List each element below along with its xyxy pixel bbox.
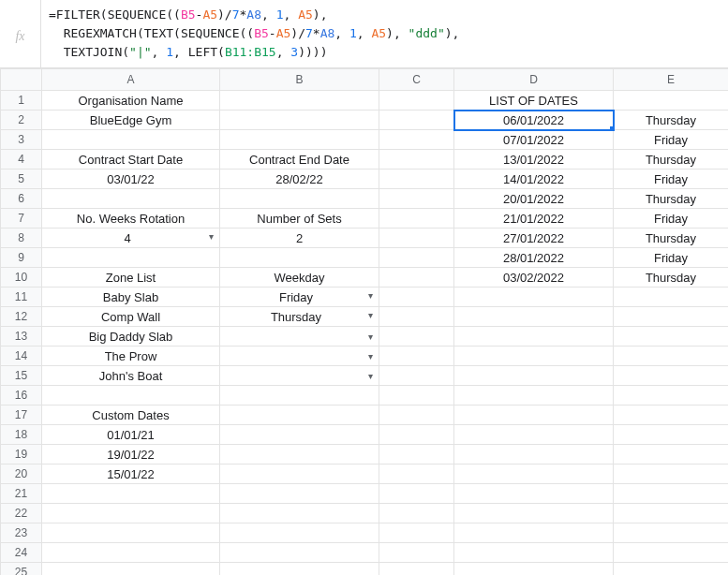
row-header[interactable]: 21 xyxy=(1,484,42,504)
cell-A10[interactable]: Zone List xyxy=(42,268,220,288)
cell-D12[interactable] xyxy=(454,307,614,327)
cell-A12[interactable]: Comp Wall xyxy=(42,307,220,327)
cell-A19[interactable]: 19/01/22 xyxy=(42,445,220,464)
cell-C13[interactable] xyxy=(379,327,454,346)
cell-B12[interactable]: Thursday▾ xyxy=(220,307,379,327)
cell-C19[interactable] xyxy=(379,445,454,464)
cell-E9[interactable]: Friday xyxy=(614,248,729,268)
cell-A14[interactable]: The Prow xyxy=(42,346,220,366)
cell-D21[interactable] xyxy=(454,484,614,504)
cell-C3[interactable] xyxy=(379,130,454,150)
cell-A6[interactable] xyxy=(42,189,220,209)
cell-B9[interactable] xyxy=(220,248,379,268)
cell-A16[interactable] xyxy=(42,386,220,405)
col-header-D[interactable]: D xyxy=(454,69,614,91)
row-header[interactable]: 16 xyxy=(1,386,42,405)
col-header-A[interactable]: A xyxy=(42,69,220,91)
cell-B21[interactable] xyxy=(220,484,379,504)
chevron-down-icon[interactable]: ▾ xyxy=(368,310,373,320)
cell-E3[interactable]: Friday xyxy=(614,130,729,150)
cell-A13[interactable]: Big Daddy Slab xyxy=(42,327,220,346)
cell-B20[interactable] xyxy=(220,464,379,484)
cell-D4[interactable]: 13/01/2022 xyxy=(454,150,614,170)
cell-C21[interactable] xyxy=(379,484,454,504)
cell-D2[interactable]: 06/01/2022 xyxy=(454,111,614,130)
cell-C2[interactable] xyxy=(379,111,454,130)
cell-E6[interactable]: Thursday xyxy=(614,189,729,209)
cell-B8[interactable]: 2 xyxy=(220,229,379,248)
cell-A11[interactable]: Baby Slab xyxy=(42,288,220,307)
cell-B2[interactable] xyxy=(220,111,379,130)
cell-A5[interactable]: 03/01/22 xyxy=(42,170,220,189)
cell-A18[interactable]: 01/01/21 xyxy=(42,425,220,445)
row-header[interactable]: 5 xyxy=(1,170,42,189)
cell-E7[interactable]: Friday xyxy=(614,209,729,229)
cell-C10[interactable] xyxy=(379,268,454,288)
col-header-C[interactable]: C xyxy=(379,69,454,91)
cell-B25[interactable] xyxy=(220,563,379,576)
cell-B7[interactable]: Number of Sets xyxy=(220,209,379,229)
row-header[interactable]: 13 xyxy=(1,327,42,346)
row-header[interactable]: 7 xyxy=(1,209,42,229)
chevron-down-icon[interactable]: ▾ xyxy=(368,290,373,301)
row-header[interactable]: 24 xyxy=(1,543,42,563)
cell-D8[interactable]: 27/01/2022 xyxy=(454,229,614,248)
chevron-down-icon[interactable]: ▾ xyxy=(209,231,214,242)
row-header[interactable]: 23 xyxy=(1,523,42,543)
cell-E22[interactable] xyxy=(614,504,729,523)
cell-A17[interactable]: Custom Dates xyxy=(42,405,220,425)
cell-B16[interactable] xyxy=(220,386,379,405)
cell-D6[interactable]: 20/01/2022 xyxy=(454,189,614,209)
cell-D14[interactable] xyxy=(454,346,614,366)
cell-E23[interactable] xyxy=(614,523,729,543)
row-header[interactable]: 15 xyxy=(1,366,42,386)
row-header[interactable]: 17 xyxy=(1,405,42,425)
cell-C5[interactable] xyxy=(379,170,454,189)
cell-A25[interactable] xyxy=(42,563,220,576)
cell-B15[interactable]: ▾ xyxy=(220,366,379,386)
cell-D7[interactable]: 21/01/2022 xyxy=(454,209,614,229)
cell-D13[interactable] xyxy=(454,327,614,346)
cell-E13[interactable] xyxy=(614,327,729,346)
chevron-down-icon[interactable]: ▾ xyxy=(368,371,373,381)
cell-B23[interactable] xyxy=(220,523,379,543)
row-header[interactable]: 3 xyxy=(1,130,42,150)
row-header[interactable]: 6 xyxy=(1,189,42,209)
cell-D25[interactable] xyxy=(454,563,614,576)
cell-D15[interactable] xyxy=(454,366,614,386)
row-header[interactable]: 8 xyxy=(1,229,42,248)
cell-E17[interactable] xyxy=(614,405,729,425)
cell-B5[interactable]: 28/02/22 xyxy=(220,170,379,189)
cell-E10[interactable]: Thursday xyxy=(614,268,729,288)
row-header[interactable]: 4 xyxy=(1,150,42,170)
cell-B17[interactable] xyxy=(220,405,379,425)
cell-C12[interactable] xyxy=(379,307,454,327)
cell-C17[interactable] xyxy=(379,405,454,425)
cell-C6[interactable] xyxy=(379,189,454,209)
cell-B22[interactable] xyxy=(220,504,379,523)
cell-D10[interactable]: 03/02/2022 xyxy=(454,268,614,288)
cell-E5[interactable]: Friday xyxy=(614,170,729,189)
cell-A23[interactable] xyxy=(42,523,220,543)
cell-B18[interactable] xyxy=(220,425,379,445)
cell-E21[interactable] xyxy=(614,484,729,504)
cell-E1[interactable] xyxy=(614,91,729,111)
cell-A24[interactable] xyxy=(42,543,220,563)
cell-A9[interactable] xyxy=(42,248,220,268)
row-header[interactable]: 25 xyxy=(1,563,42,576)
cell-B11[interactable]: Friday▾ xyxy=(220,288,379,307)
select-all-corner[interactable] xyxy=(1,69,42,91)
formula-input[interactable]: =FILTER(SEQUENCE((B5-A5)/7*A8, 1, A5), R… xyxy=(41,0,467,67)
cell-B10[interactable]: Weekday xyxy=(220,268,379,288)
cell-A20[interactable]: 15/01/22 xyxy=(42,464,220,484)
cell-C11[interactable] xyxy=(379,288,454,307)
cell-E25[interactable] xyxy=(614,563,729,576)
cell-D18[interactable] xyxy=(454,425,614,445)
cell-B13[interactable]: ▾ xyxy=(220,327,379,346)
cell-C16[interactable] xyxy=(379,386,454,405)
cell-E20[interactable] xyxy=(614,464,729,484)
cell-B19[interactable] xyxy=(220,445,379,464)
cell-A8[interactable]: 4▾ xyxy=(42,229,220,248)
row-header[interactable]: 11 xyxy=(1,288,42,307)
cell-E11[interactable] xyxy=(614,288,729,307)
